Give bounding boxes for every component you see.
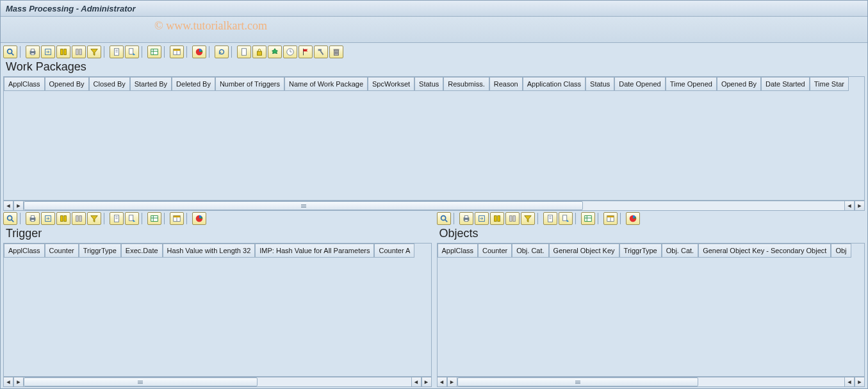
filter-icon[interactable]	[87, 46, 101, 58]
new-icon[interactable]	[237, 46, 251, 58]
find-icon[interactable]	[490, 212, 504, 225]
column-header[interactable]: TriggrType	[619, 244, 662, 258]
column-header[interactable]: SpcWorkset	[368, 77, 414, 91]
scroll-trough[interactable]	[24, 377, 411, 387]
chart-icon[interactable]	[192, 46, 206, 58]
column-header[interactable]: Closed By	[89, 77, 130, 91]
scroll-trough[interactable]	[457, 377, 845, 387]
schedule-icon[interactable]	[283, 46, 297, 58]
filter-icon[interactable]	[87, 212, 101, 225]
scroll-right-end-button[interactable]: ►	[855, 201, 865, 211]
column-header[interactable]: Application Class	[523, 77, 585, 91]
column-header[interactable]: Opened By	[717, 77, 761, 91]
column-header[interactable]: Date Opened	[614, 77, 665, 91]
scroll-left-button[interactable]: ◄	[437, 377, 447, 387]
details-icon[interactable]	[3, 212, 17, 225]
scroll-left-end-button[interactable]: ◄	[411, 377, 422, 387]
doc-send-icon[interactable]	[125, 212, 139, 225]
delete-icon[interactable]	[329, 46, 343, 58]
doc-icon[interactable]	[110, 212, 124, 225]
column-header[interactable]: Started By	[130, 77, 172, 91]
scroll-left-end-button[interactable]: ◄	[844, 377, 855, 387]
column-header[interactable]: Obj	[831, 244, 851, 258]
scroll-trough[interactable]	[24, 201, 844, 211]
column-header[interactable]: Time Star	[810, 77, 849, 91]
details-icon[interactable]	[437, 212, 451, 225]
column-header[interactable]: Time Opened	[666, 77, 717, 91]
doc-send-icon[interactable]	[559, 212, 573, 225]
column-header[interactable]: General Object Key - Secondary Object	[698, 244, 831, 258]
column-header[interactable]: Name of Work Package	[284, 77, 368, 91]
column-header[interactable]: Opened By	[45, 77, 89, 91]
svg-rect-61	[494, 216, 496, 222]
export-icon[interactable]	[41, 212, 55, 225]
refresh-icon[interactable]	[215, 46, 229, 58]
svg-rect-18	[174, 49, 181, 51]
find-icon[interactable]	[56, 46, 70, 58]
column-header[interactable]: ApplClass	[4, 77, 45, 91]
chart-icon[interactable]	[192, 212, 206, 225]
scroll-left-button[interactable]: ◄	[3, 201, 13, 211]
find-next-icon[interactable]	[72, 212, 86, 225]
column-header[interactable]: Obj. Cat.	[662, 244, 698, 258]
column-header[interactable]: General Object Key	[549, 244, 619, 258]
sheet-icon[interactable]	[581, 212, 595, 225]
find-next-icon[interactable]	[505, 212, 520, 225]
lock-icon[interactable]	[252, 46, 266, 58]
details-icon[interactable]	[3, 46, 17, 58]
column-header[interactable]: Counter	[478, 244, 512, 258]
print-icon[interactable]	[26, 46, 40, 58]
hscroll-objects[interactable]: ◄ ► ◄ ►	[437, 377, 865, 387]
column-header[interactable]: TriggrType	[79, 244, 121, 258]
column-header[interactable]: Reason	[489, 77, 523, 91]
export-icon[interactable]	[475, 212, 489, 225]
column-header[interactable]: Hash Value with Length 32	[163, 244, 256, 258]
svg-rect-59	[464, 220, 468, 222]
column-header[interactable]: Status	[414, 77, 443, 91]
hammer-icon[interactable]	[314, 46, 328, 58]
sheet-icon[interactable]	[147, 212, 161, 225]
export-icon[interactable]	[41, 46, 55, 58]
layout-icon[interactable]	[603, 212, 618, 225]
toolbar-separator	[104, 46, 107, 58]
scroll-right-end-button[interactable]: ►	[422, 377, 432, 387]
column-header[interactable]: Exec.Date	[121, 244, 163, 258]
column-header[interactable]: Date Started	[761, 77, 810, 91]
scroll-right-end-button[interactable]: ►	[855, 377, 865, 387]
scroll-right-button[interactable]: ►	[13, 377, 24, 387]
column-header[interactable]: ApplClass	[438, 244, 479, 258]
print-icon[interactable]	[459, 212, 473, 225]
filter-icon[interactable]	[521, 212, 535, 225]
find-next-icon[interactable]	[72, 46, 86, 58]
column-header[interactable]: ApplClass	[4, 244, 45, 258]
column-header[interactable]: Counter A	[374, 244, 414, 258]
hscroll-trigger[interactable]: ◄ ► ◄ ►	[3, 377, 432, 387]
sheet-icon[interactable]	[147, 46, 161, 58]
process-icon[interactable]	[268, 46, 282, 58]
doc-icon[interactable]	[543, 212, 557, 225]
column-header[interactable]: Deleted By	[172, 77, 215, 91]
column-header[interactable]: Status	[585, 77, 614, 91]
print-icon[interactable]	[26, 212, 40, 225]
hscroll-work-packages[interactable]: ◄ ► ◄ ►	[3, 201, 865, 211]
column-header[interactable]: Number of Triggers	[215, 77, 284, 91]
scroll-left-end-button[interactable]: ◄	[844, 201, 855, 211]
column-header[interactable]: Obj. Cat.	[512, 244, 548, 258]
scroll-right-button[interactable]: ►	[13, 201, 24, 211]
chart-icon[interactable]	[626, 212, 640, 225]
svg-rect-68	[562, 215, 566, 221]
find-icon[interactable]	[56, 212, 70, 225]
doc-send-icon[interactable]	[125, 46, 139, 58]
scroll-thumb[interactable]	[24, 201, 583, 210]
layout-icon[interactable]	[170, 212, 184, 225]
scroll-right-button[interactable]: ►	[447, 377, 457, 387]
column-header[interactable]: Resubmiss.	[443, 77, 489, 91]
column-header[interactable]: IMP: Hash Value for All Parameters	[255, 244, 374, 258]
flag-icon[interactable]	[299, 46, 313, 58]
scroll-thumb[interactable]	[457, 377, 699, 386]
scroll-left-button[interactable]: ◄	[3, 377, 13, 387]
doc-icon[interactable]	[110, 46, 124, 58]
scroll-thumb[interactable]	[24, 377, 258, 386]
layout-icon[interactable]	[170, 46, 184, 58]
column-header[interactable]: Counter	[45, 244, 79, 258]
